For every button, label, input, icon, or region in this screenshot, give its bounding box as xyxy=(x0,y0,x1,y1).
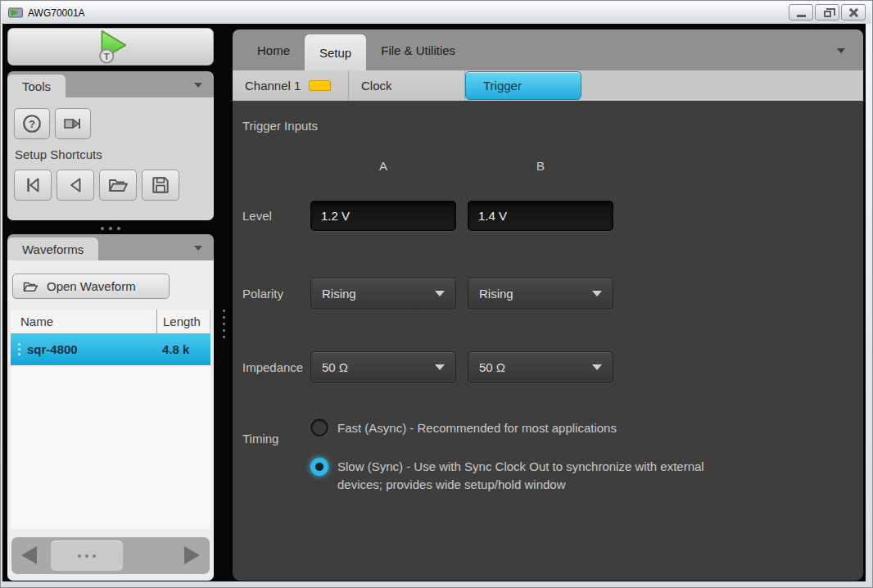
tools-tab[interactable]: Tools xyxy=(7,75,66,97)
impedance-label: Impedance xyxy=(242,360,303,374)
polarity-dropdown-a[interactable]: Rising xyxy=(310,278,456,310)
restore-last-setup-icon xyxy=(65,174,86,196)
subtab-clock[interactable]: Clock xyxy=(349,70,465,101)
level-label: Level xyxy=(242,209,272,223)
play-icon: T xyxy=(89,29,132,65)
help-button[interactable]: ? xyxy=(14,108,50,139)
drag-handle-icon[interactable] xyxy=(11,343,27,355)
close-button[interactable] xyxy=(841,4,866,20)
column-header-length[interactable]: Length xyxy=(156,310,210,333)
tab-setup[interactable]: Setup xyxy=(305,34,366,70)
waveforms-panel-body: Open Waveform Name Length sqr-4800 4.8 k xyxy=(7,260,214,581)
open-setup-button[interactable] xyxy=(99,170,137,201)
restore-default-setup-button[interactable] xyxy=(14,170,52,201)
chevron-down-icon xyxy=(592,291,602,296)
panel-menu-chevron-icon[interactable] xyxy=(194,246,202,251)
restore-panel-button[interactable] xyxy=(55,108,91,139)
trigger-inputs-title: Trigger Inputs xyxy=(242,119,318,133)
screenshot-root: AWG70001A T xyxy=(0,0,873,588)
help-icon: ? xyxy=(21,113,43,134)
radio-slow-sync[interactable] xyxy=(310,458,328,476)
scroll-right-icon[interactable] xyxy=(184,546,200,564)
chevron-down-icon xyxy=(435,364,445,370)
window-title: AWG70001A xyxy=(28,7,85,19)
column-header-name[interactable]: Name xyxy=(11,314,156,328)
subtab-clock-label: Clock xyxy=(361,79,392,93)
radio-fast-async[interactable] xyxy=(310,418,328,436)
app-icon xyxy=(8,7,23,18)
minimize-icon xyxy=(797,15,806,17)
timing-option-slow[interactable]: Slow (Sync) - Use with Sync Clock Out to… xyxy=(310,458,721,494)
client-area: T Tools ? xyxy=(2,24,866,581)
restore-default-setup-icon xyxy=(22,174,43,196)
tab-home[interactable]: Home xyxy=(242,29,305,70)
scroll-thumb[interactable] xyxy=(51,541,123,571)
open-waveform-button[interactable]: Open Waveform xyxy=(12,274,170,299)
timing-label: Timing xyxy=(242,432,278,446)
tools-tab-label: Tools xyxy=(22,79,51,93)
panel-menu-chevron-icon[interactable] xyxy=(194,83,202,88)
level-input-b[interactable] xyxy=(468,201,613,231)
chevron-down-icon xyxy=(435,291,445,296)
polarity-value-b: Rising xyxy=(479,287,513,301)
minimize-button[interactable] xyxy=(789,4,813,20)
open-folder-icon xyxy=(21,279,39,294)
column-a-header: A xyxy=(310,159,456,173)
open-setup-icon xyxy=(106,174,129,196)
run-button[interactable]: T xyxy=(7,28,214,66)
waveforms-tabstrip: Waveforms xyxy=(7,234,214,260)
subtab-trigger-label: Trigger xyxy=(483,79,522,93)
restore-icon xyxy=(824,11,831,17)
close-icon xyxy=(848,7,859,18)
svg-text:T: T xyxy=(104,52,110,61)
waveform-list-header: Name Length xyxy=(11,310,210,333)
subtab-channel1[interactable]: Channel 1 xyxy=(233,70,349,101)
waveform-length: 4.8 k xyxy=(156,342,210,356)
vertical-splitter[interactable] xyxy=(219,294,228,353)
timing-slow-label: Slow (Sync) - Use with Sync Clock Out to… xyxy=(337,458,721,494)
subtab-channel1-label: Channel 1 xyxy=(245,79,301,93)
timing-option-fast[interactable]: Fast (Async) - Recommended for most appl… xyxy=(310,418,617,437)
tools-panel-body: ? Setup Shortcuts xyxy=(7,97,214,220)
timing-fast-label: Fast (Async) - Recommended for most appl… xyxy=(337,419,617,437)
polarity-dropdown-b[interactable]: Rising xyxy=(468,278,613,310)
impedance-value-a: 50 Ω xyxy=(322,360,348,374)
trigger-content: Trigger Inputs A B Level Polarity Rising… xyxy=(233,101,863,581)
waveform-name: sqr-4800 xyxy=(27,342,156,356)
restore-panel-icon xyxy=(62,114,84,133)
impedance-value-b: 50 Ω xyxy=(479,360,505,374)
main-panel: Home Setup File & Utilities Channel 1 Cl… xyxy=(233,29,863,581)
subtab-trigger[interactable]: Trigger xyxy=(465,71,581,100)
svg-text:?: ? xyxy=(29,118,35,130)
impedance-dropdown-b[interactable]: 50 Ω xyxy=(468,351,613,383)
tools-panel: Tools ? xyxy=(7,71,214,220)
chevron-down-icon xyxy=(592,364,602,370)
waveforms-tab[interactable]: Waveforms xyxy=(7,237,98,260)
polarity-value-a: Rising xyxy=(322,287,356,301)
horizontal-splitter[interactable] xyxy=(7,224,214,232)
waveform-list: Name Length sqr-4800 4.8 k xyxy=(11,310,210,529)
level-input-a[interactable] xyxy=(310,201,456,231)
column-b-header: B xyxy=(468,159,613,173)
tab-file-utilities[interactable]: File & Utilities xyxy=(366,29,470,70)
polarity-label: Polarity xyxy=(242,287,283,301)
setup-shortcuts-label: Setup Shortcuts xyxy=(15,147,102,161)
app-window: AWG70001A T xyxy=(0,0,873,588)
setup-subtab-bar: Channel 1 Clock Trigger xyxy=(233,70,863,101)
restore-last-setup-button[interactable] xyxy=(57,170,94,201)
restore-button[interactable] xyxy=(815,4,839,20)
main-tab-bar: Home Setup File & Utilities xyxy=(233,29,863,70)
titlebar[interactable]: AWG70001A xyxy=(2,2,871,24)
open-waveform-label: Open Waveform xyxy=(47,279,136,293)
tab-menu-chevron-icon[interactable] xyxy=(837,48,845,53)
tools-tabstrip: Tools xyxy=(7,71,214,97)
window-controls xyxy=(789,4,866,20)
waveform-row[interactable]: sqr-4800 4.8 k xyxy=(11,333,210,365)
impedance-dropdown-a[interactable]: 50 Ω xyxy=(310,351,456,383)
save-setup-button[interactable] xyxy=(142,170,179,201)
channel-color-swatch xyxy=(309,80,331,91)
waveforms-tab-label: Waveforms xyxy=(22,242,84,256)
scroll-left-icon[interactable] xyxy=(21,546,37,564)
waveforms-panel: Waveforms Open Waveform Name xyxy=(7,234,214,581)
waveform-scrollbar[interactable] xyxy=(11,537,210,574)
